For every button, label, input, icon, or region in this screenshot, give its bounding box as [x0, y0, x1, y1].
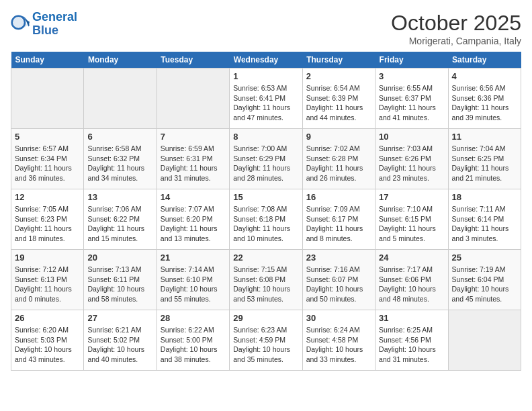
weekday-header-wednesday: Wednesday: [230, 52, 302, 68]
day-info: Sunrise: 7:03 AMSunset: 6:26 PMDaylight:…: [379, 144, 444, 183]
day-number: 29: [233, 313, 298, 323]
calendar-cell: 1Sunrise: 6:53 AMSunset: 6:41 PMDaylight…: [230, 68, 302, 129]
calendar-cell: 2Sunrise: 6:54 AMSunset: 6:39 PMDaylight…: [302, 68, 375, 129]
location: Morigerati, Campania, Italy: [391, 36, 521, 46]
weekday-header-friday: Friday: [375, 52, 448, 68]
day-info: Sunrise: 6:57 AMSunset: 6:34 PMDaylight:…: [15, 144, 80, 183]
day-number: 21: [161, 253, 226, 263]
logo-line2: Blue: [32, 24, 58, 37]
calendar-cell: 10Sunrise: 7:03 AMSunset: 6:26 PMDayligh…: [375, 129, 448, 189]
day-info: Sunrise: 7:02 AMSunset: 6:28 PMDaylight:…: [306, 144, 371, 183]
calendar-cell: 9Sunrise: 7:02 AMSunset: 6:28 PMDaylight…: [302, 129, 375, 189]
calendar-cell: 5Sunrise: 6:57 AMSunset: 6:34 PMDaylight…: [11, 129, 84, 189]
day-info: Sunrise: 6:58 AMSunset: 6:32 PMDaylight:…: [87, 144, 152, 183]
day-number: 3: [379, 71, 444, 81]
calendar-cell: 31Sunrise: 6:25 AMSunset: 4:56 PMDayligh…: [375, 310, 448, 371]
day-info: Sunrise: 6:59 AMSunset: 6:31 PMDaylight:…: [161, 144, 226, 183]
day-number: 10: [379, 132, 444, 142]
day-number: 24: [379, 253, 444, 263]
calendar-cell: [157, 68, 229, 129]
day-info: Sunrise: 7:14 AMSunset: 6:10 PMDaylight:…: [161, 265, 226, 304]
day-info: Sunrise: 7:00 AMSunset: 6:29 PMDaylight:…: [233, 144, 298, 183]
calendar-cell: 25Sunrise: 7:19 AMSunset: 6:04 PMDayligh…: [448, 250, 521, 310]
calendar-cell: 19Sunrise: 7:12 AMSunset: 6:13 PMDayligh…: [11, 250, 84, 310]
day-info: Sunrise: 6:23 AMSunset: 4:59 PMDaylight:…: [233, 325, 298, 365]
day-info: Sunrise: 7:07 AMSunset: 6:20 PMDaylight:…: [161, 204, 226, 244]
calendar-cell: 12Sunrise: 7:05 AMSunset: 6:23 PMDayligh…: [11, 189, 84, 250]
day-number: 13: [87, 192, 152, 202]
calendar-cell: 30Sunrise: 6:24 AMSunset: 4:58 PMDayligh…: [302, 310, 375, 371]
day-number: 27: [87, 313, 152, 323]
day-number: 22: [233, 253, 298, 263]
calendar-cell: 15Sunrise: 7:08 AMSunset: 6:18 PMDayligh…: [230, 189, 302, 250]
day-number: 16: [306, 192, 371, 202]
calendar-week-row: 19Sunrise: 7:12 AMSunset: 6:13 PMDayligh…: [11, 250, 521, 310]
day-number: 5: [15, 132, 80, 142]
day-number: 17: [379, 192, 444, 202]
day-info: Sunrise: 6:20 AMSunset: 5:03 PMDaylight:…: [15, 325, 80, 365]
day-info: Sunrise: 7:04 AMSunset: 6:25 PMDaylight:…: [452, 144, 517, 183]
calendar-cell: [11, 68, 84, 129]
day-info: Sunrise: 6:54 AMSunset: 6:39 PMDaylight:…: [306, 83, 371, 123]
calendar-cell: 27Sunrise: 6:21 AMSunset: 5:02 PMDayligh…: [84, 310, 157, 371]
weekday-header-monday: Monday: [84, 52, 157, 68]
day-number: 9: [306, 132, 371, 142]
calendar-week-row: 1Sunrise: 6:53 AMSunset: 6:41 PMDaylight…: [11, 68, 521, 129]
calendar-week-row: 12Sunrise: 7:05 AMSunset: 6:23 PMDayligh…: [11, 189, 521, 250]
day-number: 4: [452, 71, 517, 81]
day-number: 31: [379, 313, 444, 323]
day-number: 18: [452, 192, 517, 202]
day-info: Sunrise: 7:13 AMSunset: 6:11 PMDaylight:…: [87, 265, 152, 304]
day-info: Sunrise: 7:16 AMSunset: 6:07 PMDaylight:…: [306, 265, 371, 304]
calendar-cell: 18Sunrise: 7:11 AMSunset: 6:14 PMDayligh…: [448, 189, 521, 250]
calendar-cell: 28Sunrise: 6:22 AMSunset: 5:00 PMDayligh…: [157, 310, 229, 371]
calendar-cell: 6Sunrise: 6:58 AMSunset: 6:32 PMDaylight…: [84, 129, 157, 189]
calendar-cell: 20Sunrise: 7:13 AMSunset: 6:11 PMDayligh…: [84, 250, 157, 310]
day-number: 25: [452, 253, 517, 263]
calendar-cell: 29Sunrise: 6:23 AMSunset: 4:59 PMDayligh…: [230, 310, 302, 371]
weekday-header-tuesday: Tuesday: [157, 52, 229, 68]
calendar-cell: 26Sunrise: 6:20 AMSunset: 5:03 PMDayligh…: [11, 310, 84, 371]
title-block: October 2025 Morigerati, Campania, Italy: [391, 11, 521, 46]
day-number: 11: [452, 132, 517, 142]
calendar-cell: 4Sunrise: 6:56 AMSunset: 6:36 PMDaylight…: [448, 68, 521, 129]
day-number: 12: [15, 192, 80, 202]
calendar-cell: 16Sunrise: 7:09 AMSunset: 6:17 PMDayligh…: [302, 189, 375, 250]
calendar-cell: 13Sunrise: 7:06 AMSunset: 6:22 PMDayligh…: [84, 189, 157, 250]
day-number: 6: [87, 132, 152, 142]
day-info: Sunrise: 7:06 AMSunset: 6:22 PMDaylight:…: [87, 204, 152, 244]
calendar-table: SundayMondayTuesdayWednesdayThursdayFrid…: [11, 52, 521, 371]
calendar-week-row: 5Sunrise: 6:57 AMSunset: 6:34 PMDaylight…: [11, 129, 521, 189]
logo: General Blue: [11, 11, 77, 38]
weekday-header-thursday: Thursday: [302, 52, 375, 68]
logo-text: General Blue: [32, 11, 77, 38]
calendar-cell: [448, 310, 521, 371]
calendar-cell: 11Sunrise: 7:04 AMSunset: 6:25 PMDayligh…: [448, 129, 521, 189]
day-number: 15: [233, 192, 298, 202]
day-number: 8: [233, 132, 298, 142]
weekday-header-sunday: Sunday: [11, 52, 84, 68]
day-info: Sunrise: 7:19 AMSunset: 6:04 PMDaylight:…: [452, 265, 517, 304]
logo-line1: General: [32, 10, 77, 24]
day-number: 20: [87, 253, 152, 263]
day-info: Sunrise: 7:12 AMSunset: 6:13 PMDaylight:…: [15, 265, 80, 304]
day-info: Sunrise: 7:15 AMSunset: 6:08 PMDaylight:…: [233, 265, 298, 304]
calendar-cell: 14Sunrise: 7:07 AMSunset: 6:20 PMDayligh…: [157, 189, 229, 250]
day-number: 30: [306, 313, 371, 323]
calendar-cell: 3Sunrise: 6:55 AMSunset: 6:37 PMDaylight…: [375, 68, 448, 129]
day-number: 19: [15, 253, 80, 263]
day-number: 7: [161, 132, 226, 142]
day-info: Sunrise: 7:11 AMSunset: 6:14 PMDaylight:…: [452, 204, 517, 244]
calendar-cell: 24Sunrise: 7:17 AMSunset: 6:06 PMDayligh…: [375, 250, 448, 310]
day-info: Sunrise: 6:53 AMSunset: 6:41 PMDaylight:…: [233, 83, 298, 123]
calendar-cell: 22Sunrise: 7:15 AMSunset: 6:08 PMDayligh…: [230, 250, 302, 310]
calendar-week-row: 26Sunrise: 6:20 AMSunset: 5:03 PMDayligh…: [11, 310, 521, 371]
day-number: 1: [233, 71, 298, 81]
calendar-cell: 23Sunrise: 7:16 AMSunset: 6:07 PMDayligh…: [302, 250, 375, 310]
page-header: General Blue October 2025 Morigerati, Ca…: [11, 11, 521, 46]
logo-icon: [11, 15, 30, 34]
day-number: 2: [306, 71, 371, 81]
calendar-cell: 7Sunrise: 6:59 AMSunset: 6:31 PMDaylight…: [157, 129, 229, 189]
calendar-cell: 17Sunrise: 7:10 AMSunset: 6:15 PMDayligh…: [375, 189, 448, 250]
day-number: 23: [306, 253, 371, 263]
